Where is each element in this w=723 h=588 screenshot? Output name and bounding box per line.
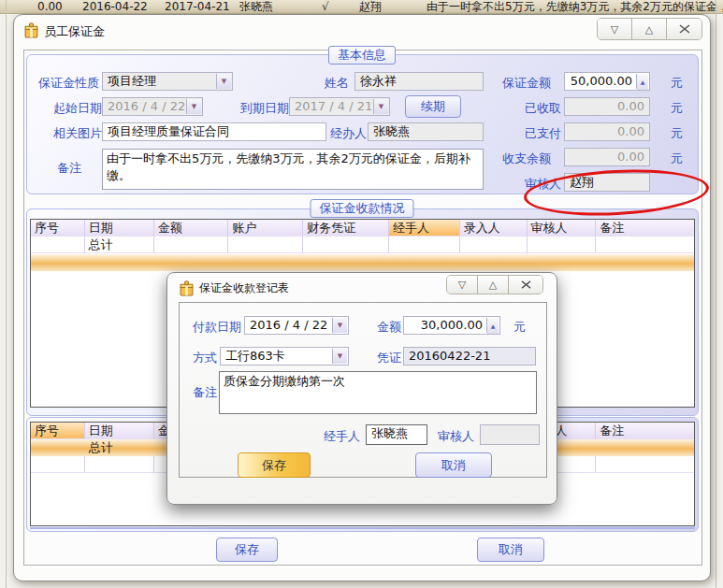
dialog-handler-field[interactable]: 张晓燕 — [366, 424, 427, 445]
close-icon[interactable] — [667, 19, 701, 39]
receipts-header-row: 序号 日期 金额 账户 财务凭证 经手人 录入人 审核人 备注 — [31, 220, 694, 237]
table-accent-line — [30, 527, 695, 529]
voucher-label: 凭证 — [377, 350, 401, 366]
dialog-amount-label: 金额 — [377, 319, 401, 336]
save-button[interactable]: 保存 — [216, 538, 278, 562]
spinner-up-icon[interactable]: ▲ — [487, 318, 499, 335]
column-header[interactable]: 审核人 — [528, 220, 597, 237]
method-value: 工行863卡 — [225, 349, 285, 363]
received-label: 已收取 — [525, 100, 561, 117]
receipt-register-dialog: 保证金收款登记表 ▽ △ 付款日期 2016 / 4 / 22 ▼ 金额 30,… — [166, 272, 557, 505]
window-title: 员工保证金 — [44, 23, 105, 40]
amount-unit: 元 — [671, 75, 683, 92]
window-controls: ▽ △ — [597, 18, 702, 40]
column-header[interactable]: 账户 — [228, 220, 303, 237]
dialog-controls: ▽ △ — [446, 275, 543, 294]
remark-label: 备注 — [57, 160, 81, 177]
bg-remark: 由于一时拿不出5万元，先缴纳3万元，其余2万元的保证金，后 — [427, 0, 723, 14]
amount-value: 50,000.00 — [571, 74, 632, 88]
remark-textarea[interactable]: 由于一时拿不出5万元，先缴纳3万元，其余2万元的保证金，后期补缴。 — [102, 149, 484, 190]
column-header[interactable]: 序号 — [31, 220, 85, 237]
column-header-highlighted[interactable]: 经手人 — [389, 220, 460, 237]
column-header[interactable]: 备注 — [596, 220, 694, 237]
dialog-handler-label: 经手人 — [324, 428, 360, 445]
tab-receipts: 保证金收款情况 — [311, 199, 414, 218]
start-date-picker[interactable]: 2016 / 4 / 22 ▼ — [102, 97, 203, 116]
paid-label: 已支付 — [525, 125, 561, 142]
end-date-picker[interactable]: 2017 / 4 / 21 ▼ — [289, 97, 390, 116]
balance-label: 收支余额 — [502, 151, 551, 167]
close-icon[interactable] — [509, 276, 542, 294]
chevron-down-icon[interactable]: ▼ — [216, 74, 231, 89]
gift-icon — [23, 22, 39, 38]
end-date-label: 到期日期 — [240, 100, 289, 117]
renew-button[interactable]: 续期 — [405, 95, 461, 118]
spinner-up-icon[interactable]: ▲ — [637, 74, 648, 91]
column-header[interactable]: 日期 — [85, 423, 154, 439]
agent-label: 经办人 — [330, 125, 367, 142]
tab-basic-info: 基本信息 — [328, 46, 396, 65]
pay-date-value: 2016 / 4 / 22 — [250, 318, 327, 332]
nature-value: 项目经理 — [108, 74, 156, 88]
column-header[interactable]: 日期 — [85, 220, 154, 237]
dialog-amount-unit: 元 — [513, 319, 526, 336]
dialog-remark-textarea[interactable]: 质保金分期缴纳第一次 — [219, 371, 537, 414]
voucher-field: 20160422-21 — [403, 347, 536, 366]
column-header-highlighted[interactable]: 序号 — [31, 423, 85, 439]
check-mark: √ — [322, 0, 329, 14]
bg-start-date: 2016-04-22 — [82, 0, 148, 14]
bg-handler: 张晓燕 — [239, 0, 273, 14]
balance-unit: 元 — [671, 151, 683, 167]
column-header[interactable]: 备注 — [596, 423, 694, 439]
background-edge-line — [6, 0, 7, 588]
chevron-down-icon[interactable]: ▼ — [373, 99, 388, 114]
nature-label: 保证金性质 — [38, 75, 99, 92]
selected-row[interactable] — [31, 254, 694, 271]
cancel-button[interactable]: 取消 — [477, 538, 544, 562]
bg-amount: 0.00 — [37, 0, 63, 14]
maximize-button[interactable]: △ — [632, 19, 667, 39]
maximize-button[interactable]: △ — [478, 276, 509, 294]
column-header[interactable]: 录入人 — [460, 220, 528, 237]
amount-spinner[interactable]: ▲▼ — [486, 318, 499, 333]
total-label: 总计 — [89, 439, 113, 455]
image-label: 相关图片 — [53, 125, 102, 142]
received-unit: 元 — [671, 100, 683, 117]
nature-dropdown[interactable]: 项目经理 ▼ — [102, 72, 233, 91]
minimize-button[interactable]: ▽ — [447, 276, 478, 294]
amount-spinner[interactable]: ▲▼ — [636, 74, 648, 89]
column-header[interactable]: 金额 — [154, 220, 229, 237]
end-date-value: 2017 / 4 / 21 — [295, 99, 372, 113]
amount-label: 保证金额 — [502, 75, 551, 92]
start-date-label: 起始日期 — [53, 100, 102, 117]
background-edge-line — [716, 0, 716, 588]
pay-date-label: 付款日期 — [193, 319, 241, 336]
dialog-amount-field[interactable]: 30,000.00 ▲▼ — [403, 316, 500, 335]
minimize-button[interactable]: ▽ — [598, 19, 632, 39]
name-label: 姓名 — [325, 75, 349, 92]
dialog-reviewer-field — [480, 424, 540, 445]
paid-unit: 元 — [671, 125, 683, 142]
dialog-amount-value: 30,000.00 — [421, 318, 483, 332]
chevron-down-icon[interactable]: ▼ — [332, 349, 347, 364]
bg-reviewer: 赵翔 — [359, 0, 382, 14]
pay-date-picker[interactable]: 2016 / 4 / 22 ▼ — [244, 316, 349, 335]
chevron-down-icon[interactable]: ▼ — [332, 318, 347, 333]
method-label: 方式 — [193, 350, 217, 366]
name-field: 徐永祥 — [354, 72, 484, 91]
dialog-save-button[interactable]: 保存 — [238, 452, 311, 478]
image-field[interactable]: 项目经理质量保证合同 — [102, 122, 326, 141]
method-dropdown[interactable]: 工行863卡 ▼ — [220, 347, 349, 366]
agent-field: 张晓燕 — [368, 122, 484, 141]
column-header[interactable]: 财务凭证 — [303, 220, 389, 237]
bg-end-date: 2017-04-21 — [165, 0, 230, 14]
dialog-cancel-button[interactable]: 取消 — [415, 452, 492, 478]
chevron-down-icon[interactable]: ▼ — [186, 99, 201, 114]
start-date-value: 2016 / 4 / 22 — [108, 99, 185, 113]
received-field: 0.00 — [564, 97, 650, 116]
background-table-row: 0.00 2016-04-22 2017-04-21 张晓燕 √ 赵翔 由于一时… — [0, 0, 723, 14]
amount-field[interactable]: 50,000.00 ▲▼ — [564, 72, 650, 91]
paid-field: 0.00 — [564, 122, 650, 141]
receipts-total-row[interactable]: 总计 — [31, 237, 694, 253]
balance-field: 0.00 — [564, 148, 650, 166]
